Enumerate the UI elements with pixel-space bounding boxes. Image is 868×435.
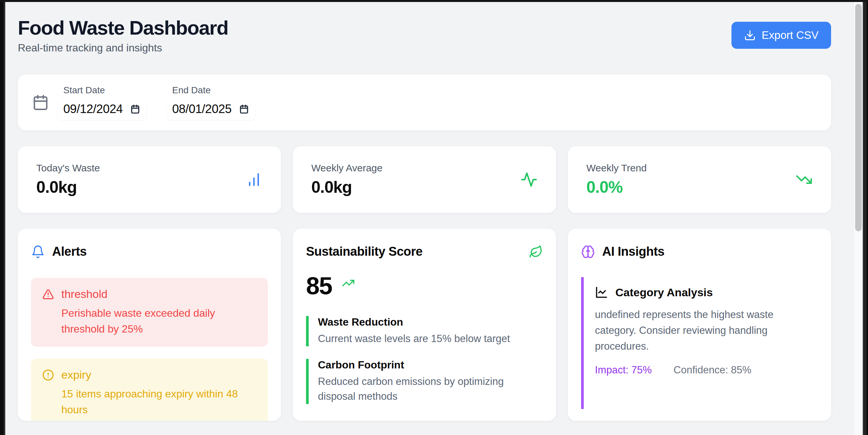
stat-value: 0.0% (586, 178, 647, 197)
alert-expiry: expiry 15 items approaching expiry withi… (31, 359, 268, 421)
activity-icon (520, 171, 537, 188)
stats-row: Today's Waste 0.0kg Weekly Average 0.0 (18, 146, 831, 213)
section-description: Current waste levels are 15% below targe… (318, 332, 529, 346)
sustainability-sections: Waste Reduction Current waste levels are… (306, 316, 543, 404)
dashboard-viewport: Food Waste Dashboard Real-time tracking … (5, 2, 863, 435)
ai-insights-panel: AI Insights Category Analysis undefined … (568, 229, 831, 421)
brain-icon (581, 245, 595, 259)
start-date-field: Start Date 09/12/2024 (58, 85, 147, 120)
insight-confidence: Confidence: 85% (674, 364, 751, 376)
vertical-scrollbar[interactable] (854, 2, 863, 435)
line-chart-icon (595, 286, 608, 299)
start-date-input[interactable]: 09/12/2024 (58, 98, 147, 120)
end-date-input[interactable]: 08/01/2025 (167, 98, 255, 120)
start-date-label: Start Date (63, 85, 147, 96)
insight-description: undefined represents the highest waste c… (595, 307, 813, 354)
start-date-value: 09/12/2024 (63, 102, 123, 116)
window-right-edge (863, 2, 868, 435)
end-date-label: End Date (172, 85, 255, 96)
page-subtitle: Real-time tracking and insights (18, 42, 228, 54)
alert-type: threshold (61, 288, 107, 301)
sustainability-title: Sustainability Score (306, 244, 423, 259)
score-row: 85 (306, 274, 543, 298)
section-waste-reduction: Waste Reduction Current waste levels are… (306, 316, 543, 346)
alert-message: 15 items approaching expiry within 48 ho… (61, 386, 256, 417)
insight-category-analysis: Category Analysis undefined represents t… (581, 277, 818, 409)
section-title: Carbon Footprint (318, 359, 543, 371)
alert-head: expiry (42, 368, 256, 381)
export-csv-button[interactable]: Export CSV (732, 22, 831, 49)
section-description: Reduced carbon emissions by optimizing d… (318, 374, 529, 404)
end-date-value: 08/01/2025 (172, 102, 231, 116)
bell-icon (31, 245, 45, 259)
section-title: Waste Reduction (318, 316, 543, 328)
stat-text: Today's Waste 0.0kg (36, 163, 100, 197)
stat-label: Weekly Trend (586, 163, 647, 174)
alert-type: expiry (61, 368, 91, 381)
calendar-icon (32, 94, 49, 111)
insight-head: Category Analysis (595, 286, 818, 299)
stat-card-todays-waste: Today's Waste 0.0kg (18, 146, 281, 213)
window-left-edge (0, 2, 5, 435)
insight-impact: Impact: 75% (595, 364, 652, 376)
panels-row: Alerts threshold Peris (18, 229, 831, 421)
alert-message: Perishable waste exceeded daily threshol… (61, 305, 256, 337)
date-picker-icon[interactable] (239, 104, 249, 114)
download-icon (744, 29, 756, 41)
page-title: Food Waste Dashboard (18, 16, 228, 39)
date-range-card: Start Date 09/12/2024 (18, 74, 831, 131)
insight-meta: Impact: 75% Confidence: 85% (595, 364, 818, 376)
page-header-text: Food Waste Dashboard Real-time tracking … (18, 16, 228, 54)
stat-text: Weekly Trend 0.0% (586, 163, 647, 197)
export-csv-label: Export CSV (762, 29, 818, 41)
alert-circle-icon (42, 369, 54, 381)
stat-card-weekly-trend: Weekly Trend 0.0% (568, 146, 831, 213)
alert-threshold: threshold Perishable waste exceeded dail… (31, 278, 268, 347)
bar-chart-icon (245, 171, 262, 188)
scrollbar-thumb[interactable] (855, 4, 862, 231)
alerts-title: Alerts (52, 244, 87, 259)
sustainability-score-value: 85 (306, 274, 332, 298)
stat-label: Weekly Average (311, 163, 382, 174)
date-picker-icon[interactable] (130, 104, 141, 114)
ai-insights-header: AI Insights (581, 244, 818, 259)
alert-triangle-icon (42, 288, 54, 300)
stat-label: Today's Waste (36, 163, 100, 174)
stat-value: 0.0kg (311, 178, 382, 197)
sustainability-panel: Sustainability Score 85 (293, 229, 556, 421)
alerts-header: Alerts (31, 244, 268, 259)
sustainability-header: Sustainability Score (306, 244, 543, 259)
insight-title: Category Analysis (615, 286, 713, 299)
end-date-field: End Date 08/01/2025 (167, 85, 255, 120)
stat-card-weekly-average: Weekly Average 0.0kg (293, 146, 556, 213)
ai-insights-title: AI Insights (602, 244, 664, 259)
page-header: Food Waste Dashboard Real-time tracking … (18, 2, 831, 54)
stat-text: Weekly Average 0.0kg (311, 163, 382, 197)
alert-head: threshold (42, 288, 256, 301)
stat-value: 0.0kg (36, 178, 100, 197)
trending-up-icon (342, 276, 355, 290)
leaf-icon (529, 245, 543, 259)
app-window: Food Waste Dashboard Real-time tracking … (0, 0, 868, 435)
trending-down-icon (796, 171, 813, 188)
alerts-panel: Alerts threshold Peris (18, 229, 281, 421)
section-carbon-footprint: Carbon Footprint Reduced carbon emission… (306, 359, 543, 404)
